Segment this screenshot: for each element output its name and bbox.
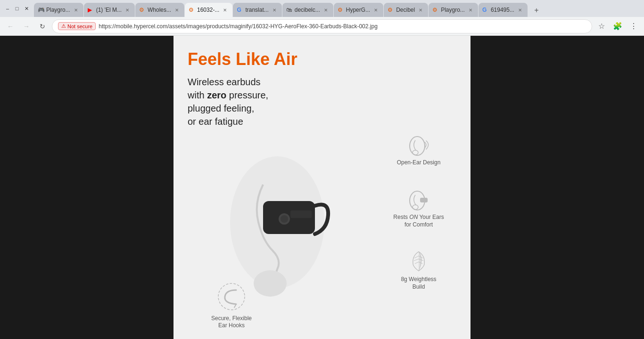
tab-close-2[interactable]: ✕ xyxy=(124,6,131,14)
svg-rect-5 xyxy=(290,210,312,218)
tab-playgrounds-1[interactable]: 🎮 Playgro... ✕ xyxy=(34,3,83,17)
svg-line-16 xyxy=(414,262,418,264)
tab-title-4: 16032-... xyxy=(197,7,219,13)
address-bar: ← → ↻ ⚠ Not secure https://mobile.hyperc… xyxy=(0,17,644,36)
minimize-button[interactable]: – xyxy=(4,5,11,12)
tab-close-10[interactable]: ✕ xyxy=(516,6,524,14)
features-right: Open-Ear Design Rests ON Your Earsfor Co… xyxy=(381,133,456,291)
feature-label-open-ear: Open-Ear Design xyxy=(397,159,441,167)
tab-close-5[interactable]: ✕ xyxy=(271,6,278,14)
tab-decibelc[interactable]: 🛍 decibelc... ✕ xyxy=(282,3,333,17)
tab-favicon-2: ▶ xyxy=(88,7,94,13)
content-area: Feels Like Air Wireless earbuds with zer… xyxy=(173,36,471,339)
svg-point-4 xyxy=(281,215,288,223)
tab-favicon-4: ⚙ xyxy=(189,7,195,13)
not-secure-label: Not secure xyxy=(67,24,92,29)
svg-point-7 xyxy=(413,150,418,155)
tabs-container: 🎮 Playgro... ✕ ▶ (1) 'El M... ✕ ⚙ Wholes… xyxy=(34,0,640,17)
reload-button[interactable]: ↻ xyxy=(36,20,49,33)
feature-label-weightless: 8g WeightlessBuild xyxy=(401,276,436,291)
address-input[interactable]: ⚠ Not secure https://mobile.hypercel.com… xyxy=(52,19,592,33)
tab-favicon-8: ⚙ xyxy=(388,7,394,13)
feature-open-ear: Open-Ear Design xyxy=(381,133,456,167)
browser-frame: – □ ✕ 🎮 Playgro... ✕ ▶ (1) 'El M... ✕ ⚙ … xyxy=(0,0,644,339)
tab-title-8: Decibel xyxy=(396,7,415,13)
tab-title-1: Playgro... xyxy=(46,7,70,13)
tab-translate[interactable]: G translat... ✕ xyxy=(233,3,281,17)
tab-close-3[interactable]: ✕ xyxy=(173,6,181,14)
tab-title-6: decibelc... xyxy=(295,7,320,13)
tab-close-8[interactable]: ✕ xyxy=(417,6,424,14)
svg-line-14 xyxy=(414,256,418,258)
viewport: Feels Like Air Wireless earbuds with zer… xyxy=(0,36,644,339)
tab-title-3: Wholes... xyxy=(148,7,171,13)
tab-close-1[interactable]: ✕ xyxy=(72,6,80,14)
tab-title-7: HyperG... xyxy=(346,7,370,13)
tab-close-6[interactable]: ✕ xyxy=(322,6,330,14)
feature-ear-hooks: Secure, FlexibleEar Hooks xyxy=(211,282,252,330)
tab-close-4[interactable]: ✕ xyxy=(221,6,229,14)
extensions-button[interactable]: 🧩 xyxy=(611,20,624,33)
svg-point-9 xyxy=(413,205,418,210)
tab-16032[interactable]: ⚙ 16032-... ✕ xyxy=(185,3,232,17)
ear-on-icon xyxy=(407,187,430,211)
tab-hyperg[interactable]: ⚙ HyperG... ✕ xyxy=(334,3,383,17)
tab-title-2: (1) 'El M... xyxy=(96,7,122,13)
tab-decibel[interactable]: ⚙ Decibel ✕ xyxy=(384,3,428,17)
tab-favicon-6: 🛍 xyxy=(286,7,293,13)
window-controls: – □ ✕ xyxy=(4,5,30,12)
tab-title-9: Playgro... xyxy=(441,7,465,13)
close-button[interactable]: ✕ xyxy=(23,5,30,12)
tab-favicon-9: ⚙ xyxy=(432,7,439,13)
feather-icon xyxy=(408,250,429,273)
side-left xyxy=(0,36,173,339)
tab-619495[interactable]: G 619495... ✕ xyxy=(479,3,528,17)
side-right xyxy=(471,36,644,339)
tab-el-m[interactable]: ▶ (1) 'El M... ✕ xyxy=(84,3,135,17)
warning-icon: ⚠ xyxy=(61,23,66,29)
tab-wholesale[interactable]: ⚙ Wholes... ✕ xyxy=(135,3,184,17)
forward-button[interactable]: → xyxy=(20,20,33,33)
svg-rect-10 xyxy=(420,198,428,202)
tab-close-9[interactable]: ✕ xyxy=(467,6,474,14)
tab-favicon-1: 🎮 xyxy=(38,7,44,13)
svg-point-17 xyxy=(218,283,245,310)
feature-weightless: 8g WeightlessBuild xyxy=(381,250,456,291)
title-bar: – □ ✕ 🎮 Playgro... ✕ ▶ (1) 'El M... ✕ ⚙ … xyxy=(0,0,644,17)
svg-point-1 xyxy=(254,270,287,297)
tab-playgrounds-2[interactable]: ⚙ Playgro... ✕ xyxy=(429,3,478,17)
feature-label-rests-on: Rests ON Your Earsfor Comfort xyxy=(393,214,444,228)
svg-line-15 xyxy=(414,259,419,261)
address-text: https://mobile.hypercel.com/assets/image… xyxy=(99,23,586,30)
svg-point-6 xyxy=(410,137,425,155)
tab-favicon-3: ⚙ xyxy=(139,7,146,13)
page-headline: Feels Like Air xyxy=(188,50,456,69)
feature-label-ear-hooks: Secure, FlexibleEar Hooks xyxy=(211,315,252,330)
tab-favicon-7: ⚙ xyxy=(338,7,344,13)
product-image xyxy=(216,128,357,307)
tab-favicon-10: G xyxy=(482,7,489,13)
feature-rests-on: Rests ON Your Earsfor Comfort xyxy=(381,187,456,228)
maximize-button[interactable]: □ xyxy=(13,5,21,12)
page-subtext: Wireless earbuds with zero pressure, plu… xyxy=(188,75,456,128)
tab-title-5: translat... xyxy=(245,7,268,13)
back-button[interactable]: ← xyxy=(4,20,17,33)
menu-button[interactable]: ⋮ xyxy=(627,20,640,33)
tab-favicon-5: G xyxy=(237,7,243,13)
new-tab-button[interactable]: + xyxy=(530,4,543,17)
bookmark-button[interactable]: ☆ xyxy=(595,20,608,33)
bold-zero: zero xyxy=(207,90,226,100)
tab-title-10: 619495... xyxy=(491,7,514,13)
tab-close-7[interactable]: ✕ xyxy=(372,6,380,14)
product-visual: Open-Ear Design Rests ON Your Earsfor Co… xyxy=(188,133,456,330)
not-secure-badge: ⚠ Not secure xyxy=(58,22,96,30)
ear-icon xyxy=(407,133,430,156)
ear-hooks-icon xyxy=(216,282,247,312)
